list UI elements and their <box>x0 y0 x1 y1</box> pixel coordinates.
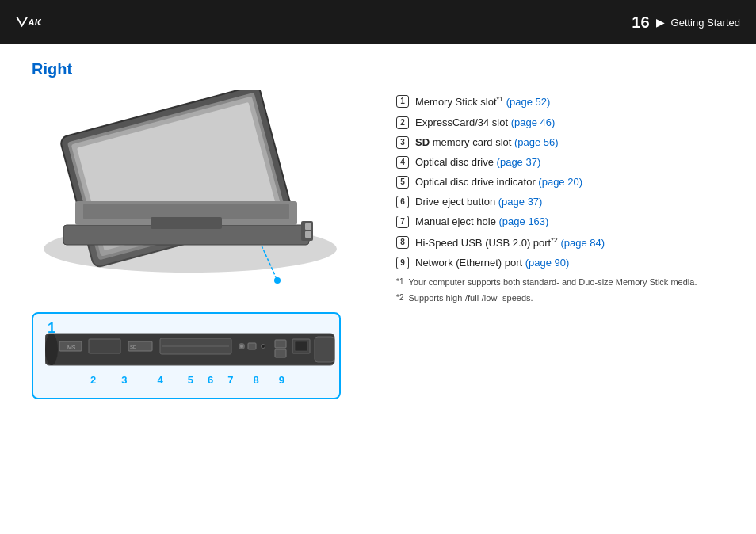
footnote-1: *1 Your computer supports both standard-… <box>396 277 732 288</box>
footnote-2: *2 Supports high-/full-/low- speeds. <box>396 292 732 304</box>
item-text-6: Drive eject button (page 37) <box>415 195 542 209</box>
svg-rect-20 <box>89 339 120 353</box>
header: AIO 16 ▶ Getting Started <box>0 0 756 44</box>
component-list: 1 Memory Stick slot*1 (page 52) 2 Expres… <box>396 90 732 307</box>
svg-rect-27 <box>248 343 256 349</box>
page-title: Right <box>32 60 732 78</box>
item-text-8: Hi-Speed USB (USB 2.0) port*2 (page 84) <box>415 235 605 251</box>
laptop-image <box>32 90 341 304</box>
list-item-4: 4 Optical disc drive (page 37) <box>396 155 732 170</box>
main-content: Right <box>0 44 756 415</box>
item-link-2[interactable]: (page 46) <box>511 116 556 128</box>
port-label-6: 6 <box>204 374 217 386</box>
item-text-2: ExpressCard/34 slot (page 46) <box>415 116 555 130</box>
svg-rect-32 <box>295 341 307 351</box>
svg-rect-9 <box>151 217 222 229</box>
list-item-9: 9 Network (Ethernet) port (page 90) <box>396 256 732 270</box>
arrow-icon: ▶ <box>656 16 665 29</box>
svg-point-26 <box>240 345 243 348</box>
item-link-9[interactable]: (page 90) <box>525 257 570 269</box>
svg-rect-30 <box>275 349 286 357</box>
item-link-8[interactable]: (page 84) <box>560 237 605 249</box>
item-number-9: 9 <box>396 257 409 269</box>
header-right: 16 ▶ Getting Started <box>632 13 740 32</box>
svg-rect-12 <box>305 231 311 238</box>
ports-panel: 1 MS <box>32 312 341 399</box>
list-item-1: 1 Memory Stick slot*1 (page 52) <box>396 94 732 110</box>
svg-point-14 <box>274 277 281 284</box>
item-number-7: 7 <box>396 216 409 228</box>
item-text-3: SD memory card slot (page 56) <box>415 135 559 150</box>
item-text-9: Network (Ethernet) port (page 90) <box>415 256 569 270</box>
port-label-8: 8 <box>243 374 268 386</box>
footnote-section: *1 Your computer supports both standard-… <box>396 277 732 304</box>
port-label-7: 7 <box>223 374 237 386</box>
port-label-5: 5 <box>184 374 197 386</box>
item-link-4[interactable]: (page 37) <box>497 156 541 168</box>
svg-point-28 <box>262 345 265 349</box>
svg-text:SD: SD <box>130 345 137 349</box>
item-link-3[interactable]: (page 56) <box>514 136 559 148</box>
vaio-logo-icon: AIO <box>16 11 41 33</box>
header-section-title: Getting Started <box>671 17 740 29</box>
list-item-7: 7 Manual eject hole (page 163) <box>396 215 732 229</box>
footnote-mark-1: *1 <box>396 277 403 288</box>
list-item-3: 3 SD memory card slot (page 56) <box>396 135 732 150</box>
port-label-4: 4 <box>143 374 177 386</box>
item-link-1[interactable]: (page 52) <box>506 96 551 108</box>
laptop-svg <box>32 90 349 304</box>
list-item-8: 8 Hi-Speed USB (USB 2.0) port*2 (page 84… <box>396 235 732 251</box>
svg-rect-11 <box>305 223 311 230</box>
port-label-2: 2 <box>81 374 105 386</box>
item-number-3: 3 <box>396 136 409 149</box>
item-text-4: Optical disc drive (page 37) <box>415 155 540 170</box>
footnote-text-2: Supports high-/full-/low- speeds. <box>408 292 533 304</box>
list-item-5: 5 Optical disc drive indicator (page 20) <box>396 175 732 189</box>
list-item-2: 2 ExpressCard/34 slot (page 46) <box>396 116 732 130</box>
vaio-logo: AIO <box>16 11 46 33</box>
list-item-6: 6 Drive eject button (page 37) <box>396 195 732 209</box>
item-text-5: Optical disc drive indicator (page 20) <box>415 175 582 189</box>
item-link-6[interactable]: (page 37) <box>498 196 543 208</box>
port-label-3: 3 <box>112 374 136 386</box>
svg-point-16 <box>45 334 58 365</box>
svg-text:MS: MS <box>67 345 76 350</box>
page-number: 16 <box>632 13 649 32</box>
ports-illustration: MS SD <box>45 327 338 371</box>
svg-rect-29 <box>275 340 286 348</box>
ports-panel-wrapper: 1 MS <box>32 312 372 399</box>
svg-text:AIO: AIO <box>27 17 41 27</box>
footnote-mark-2: *2 <box>396 292 403 303</box>
svg-rect-17 <box>315 337 334 362</box>
main-layout: 1 MS <box>32 90 732 399</box>
port-numbers-row: 2 3 4 5 6 7 8 9 <box>41 374 327 386</box>
item-number-2: 2 <box>396 116 409 129</box>
port-num-1: 1 <box>48 320 55 337</box>
footnote-text-1: Your computer supports both standard- an… <box>408 277 697 288</box>
item-link-5[interactable]: (page 20) <box>538 176 582 188</box>
image-section: 1 MS <box>32 90 372 399</box>
item-number-4: 4 <box>396 156 409 169</box>
item-text-7: Manual eject hole (page 163) <box>415 215 548 229</box>
item-number-8: 8 <box>396 236 409 249</box>
port-label-9: 9 <box>275 374 288 386</box>
item-text-1: Memory Stick slot*1 (page 52) <box>415 94 550 110</box>
item-number-5: 5 <box>396 176 409 189</box>
item-number-6: 6 <box>396 196 409 208</box>
item-link-7[interactable]: (page 163) <box>499 216 549 227</box>
item-number-1: 1 <box>396 95 409 108</box>
